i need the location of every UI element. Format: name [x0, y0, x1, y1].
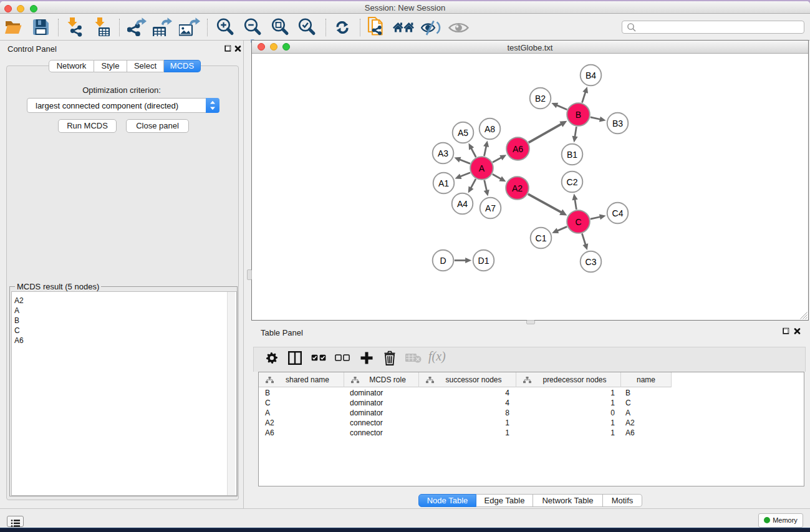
svg-text:A5: A5 [458, 128, 468, 138]
svg-text:B3: B3 [612, 118, 623, 128]
svg-text:A4: A4 [457, 199, 468, 209]
svg-text:D: D [440, 256, 446, 266]
svg-text:B2: B2 [535, 94, 546, 104]
svg-text:B: B [576, 110, 581, 120]
svg-text:C1: C1 [536, 233, 547, 243]
svg-text:A7: A7 [485, 203, 496, 213]
svg-text:A3: A3 [438, 148, 448, 158]
svg-text:C4: C4 [612, 208, 624, 218]
svg-text:A8: A8 [485, 124, 495, 134]
svg-text:A1: A1 [438, 178, 449, 188]
svg-text:C3: C3 [586, 257, 597, 267]
svg-text:D1: D1 [478, 256, 489, 266]
svg-text:A6: A6 [513, 144, 523, 154]
svg-text:B1: B1 [567, 150, 577, 160]
svg-text:C: C [575, 217, 581, 227]
svg-text:A: A [479, 163, 485, 173]
svg-text:C2: C2 [567, 177, 578, 187]
svg-text:A2: A2 [512, 183, 523, 193]
svg-text:B4: B4 [586, 70, 596, 80]
